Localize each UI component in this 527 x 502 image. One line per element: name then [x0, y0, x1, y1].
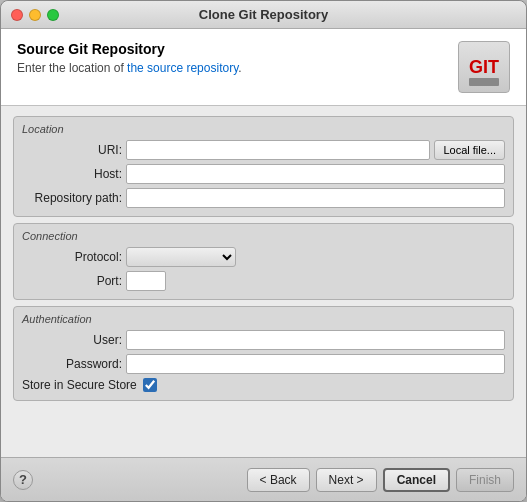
maximize-button[interactable] [47, 9, 59, 21]
connection-label: Connection [22, 230, 505, 242]
repo-path-input[interactable] [126, 188, 505, 208]
location-section: Location URI: Local file... Host: Reposi… [13, 116, 514, 217]
subtitle-suffix: . [238, 61, 241, 75]
bottom-left: ? [13, 470, 33, 490]
subtitle-link: the source repository [127, 61, 238, 75]
password-input[interactable] [126, 354, 505, 374]
protocol-row: Protocol: ssh http https git [22, 247, 505, 267]
protocol-label: Protocol: [22, 250, 122, 264]
local-file-button[interactable]: Local file... [434, 140, 505, 160]
header-text: Source Git Repository Enter the location… [17, 41, 458, 75]
header-title: Source Git Repository [17, 41, 458, 57]
git-logo: GIT [458, 41, 510, 93]
authentication-label: Authentication [22, 313, 505, 325]
title-bar: Clone Git Repository [1, 1, 526, 29]
back-button[interactable]: < Back [247, 468, 310, 492]
next-button[interactable]: Next > [316, 468, 377, 492]
uri-label: URI: [22, 143, 122, 157]
git-label: GIT [469, 57, 499, 78]
protocol-select[interactable]: ssh http https git [126, 247, 236, 267]
window-title: Clone Git Repository [199, 7, 328, 22]
port-row: Port: [22, 271, 505, 291]
header: Source Git Repository Enter the location… [1, 29, 526, 106]
authentication-section: Authentication User: Password: Store in … [13, 306, 514, 401]
password-label: Password: [22, 357, 122, 371]
help-button[interactable]: ? [13, 470, 33, 490]
window: Clone Git Repository Source Git Reposito… [0, 0, 527, 502]
repo-path-row: Repository path: [22, 188, 505, 208]
cancel-button[interactable]: Cancel [383, 468, 450, 492]
host-row: Host: [22, 164, 505, 184]
port-input[interactable] [126, 271, 166, 291]
store-label: Store in Secure Store [22, 378, 137, 392]
uri-row: URI: Local file... [22, 140, 505, 160]
password-row: Password: [22, 354, 505, 374]
traffic-lights [11, 9, 59, 21]
uri-input[interactable] [126, 140, 430, 160]
host-label: Host: [22, 167, 122, 181]
close-button[interactable] [11, 9, 23, 21]
user-row: User: [22, 330, 505, 350]
user-label: User: [22, 333, 122, 347]
content: Location URI: Local file... Host: Reposi… [1, 106, 526, 457]
subtitle-prefix: Enter the location of [17, 61, 127, 75]
repo-path-label: Repository path: [22, 191, 122, 205]
bottom-bar: ? < Back Next > Cancel Finish [1, 457, 526, 501]
user-input[interactable] [126, 330, 505, 350]
header-subtitle: Enter the location of the source reposit… [17, 61, 458, 75]
store-row: Store in Secure Store [22, 378, 505, 392]
location-label: Location [22, 123, 505, 135]
bottom-right: < Back Next > Cancel Finish [247, 468, 514, 492]
host-input[interactable] [126, 164, 505, 184]
port-label: Port: [22, 274, 122, 288]
finish-button[interactable]: Finish [456, 468, 514, 492]
store-checkbox[interactable] [143, 378, 157, 392]
connection-section: Connection Protocol: ssh http https git … [13, 223, 514, 300]
minimize-button[interactable] [29, 9, 41, 21]
